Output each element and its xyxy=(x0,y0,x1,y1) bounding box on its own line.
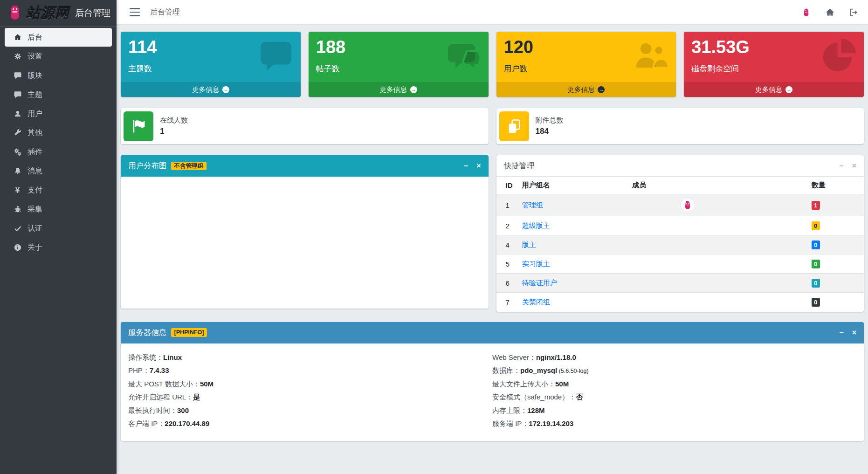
count-badge: 1 xyxy=(812,201,820,210)
sidebar-item-auth[interactable]: 认证 xyxy=(5,219,112,238)
sidebar-item-label: 后台 xyxy=(28,33,42,42)
user-avatar[interactable] xyxy=(801,7,811,17)
info-icon xyxy=(12,243,23,252)
group-link[interactable]: 待验证用户 xyxy=(522,279,557,287)
group-id: 5 xyxy=(496,254,518,274)
stat-card-topics: 114 主题数 更多信息→ xyxy=(121,32,301,97)
close-icon[interactable]: × xyxy=(852,162,856,170)
server-info-line: 数据库：pdo_mysql (5.6.50-log) xyxy=(492,364,856,378)
col-header-id: ID xyxy=(496,177,518,194)
group-id: 7 xyxy=(496,293,518,312)
table-row: 5 实习版主 0 xyxy=(496,254,864,274)
phpinfo-badge[interactable]: [PHPINFO] xyxy=(171,328,207,337)
sidebar-item-forums[interactable]: 版块 xyxy=(5,66,112,85)
server-info-line: 最长执行时间：300 xyxy=(128,404,492,418)
quick-manage-panel: 快捷管理 − × ID 用户组名 成员 数量 xyxy=(496,155,864,312)
sidebar-item-label: 支付 xyxy=(28,185,42,195)
copy-icon xyxy=(499,111,529,141)
group-link[interactable]: 版主 xyxy=(522,240,536,248)
count-badge: 0 xyxy=(812,221,820,230)
logout-icon[interactable] xyxy=(849,7,859,17)
table-row: 6 待验证用户 0 xyxy=(496,274,864,293)
collapse-icon[interactable]: − xyxy=(464,162,468,170)
sidebar-item-plugins[interactable]: 插件 xyxy=(5,143,112,161)
group-id: 6 xyxy=(496,274,518,293)
stat-card-posts: 188 帖子数 更多信息→ xyxy=(309,32,489,97)
member-avatar xyxy=(681,198,695,212)
sidebar-item-label: 用户 xyxy=(28,109,42,119)
count-badge: 0 xyxy=(812,260,820,268)
col-header-name: 用户组名 xyxy=(518,177,629,194)
pie-chart-icon xyxy=(821,37,857,74)
sidebar-item-label: 采集 xyxy=(28,205,42,214)
table-row: 1 管理组 1 xyxy=(496,194,864,216)
sidebar-item-messages[interactable]: 消息 xyxy=(5,162,112,180)
stat-cards-row: 114 主题数 更多信息→ 188 帖子数 xyxy=(121,32,864,97)
yen-icon: ¥ xyxy=(12,185,23,195)
arrow-circle-icon: → xyxy=(222,86,229,93)
stat-card-users: 120 用户数 更多信息→ xyxy=(496,32,676,97)
server-info-body: 操作系统：Linux PHP：7.4.33 最大 POST 数据大小：50M 允… xyxy=(121,343,864,441)
comments-icon xyxy=(446,37,482,74)
bell-icon xyxy=(12,167,23,175)
sidebar-item-label: 主题 xyxy=(28,90,42,100)
sidebar-item-users[interactable]: 用户 xyxy=(5,104,112,123)
arrow-circle-icon: → xyxy=(598,86,605,93)
user-icon xyxy=(12,110,23,118)
server-info-line: Web Server：nginx/1.18.0 xyxy=(492,351,856,364)
sidebar-item-label: 其他 xyxy=(28,128,42,138)
group-id: 4 xyxy=(496,235,518,254)
collapse-icon[interactable]: − xyxy=(839,162,843,170)
sidebar-item-settings[interactable]: 设置 xyxy=(5,47,112,66)
more-info-link[interactable]: 更多信息→ xyxy=(496,82,676,97)
server-info-line: 安全模式（safe_mode）：否 xyxy=(492,391,856,404)
server-info-line: 允许开启远程 URL：是 xyxy=(128,391,492,404)
home-icon[interactable] xyxy=(825,7,835,17)
sidebar-item-label: 认证 xyxy=(28,224,42,234)
more-info-link[interactable]: 更多信息→ xyxy=(309,82,489,97)
table-row: 4 版主 0 xyxy=(496,235,864,254)
panel-badge: 不含管理组 xyxy=(171,162,207,171)
group-link[interactable]: 管理组 xyxy=(522,201,543,209)
stat-card-disk: 31.53G 磁盘剩余空间 更多信息→ xyxy=(684,32,864,97)
admin-dashboard: 站源网 后台管理 后台 设置 版块 主题 用户 其他 xyxy=(0,0,868,474)
sidebar-item-other[interactable]: 其他 xyxy=(5,124,112,142)
comment-icon xyxy=(12,90,23,99)
close-icon[interactable]: × xyxy=(852,329,856,337)
collapse-icon[interactable]: − xyxy=(839,329,843,337)
server-info-right: Web Server：nginx/1.18.0 数据库：pdo_mysql (5… xyxy=(492,351,856,431)
more-info-link[interactable]: 更多信息→ xyxy=(684,82,864,97)
sidebar-toggle-icon[interactable] xyxy=(130,8,140,16)
server-info-panel: 服务器信息 [PHPINFO] − × 操作系统：Linux PHP：7.4.3… xyxy=(121,322,864,441)
home-icon xyxy=(12,33,23,41)
group-link[interactable]: 实习版主 xyxy=(522,260,550,268)
group-id: 1 xyxy=(496,194,518,216)
group-link[interactable]: 关禁闭组 xyxy=(522,298,550,306)
comment-icon xyxy=(258,37,294,74)
info-box-value: 184 xyxy=(536,127,564,136)
breadcrumb[interactable]: 后台管理 xyxy=(150,7,180,17)
table-row: 7 关禁闭组 0 xyxy=(496,293,864,312)
user-distribution-chart xyxy=(121,177,489,309)
server-info-line: 最大 POST 数据大小：50M xyxy=(128,378,492,391)
sidebar-item-collect[interactable]: 采集 xyxy=(5,200,112,219)
sidebar-item-dashboard[interactable]: 后台 xyxy=(5,28,112,47)
bug-icon xyxy=(12,205,23,213)
group-link[interactable]: 超级版主 xyxy=(522,221,550,229)
sidebar-item-topics[interactable]: 主题 xyxy=(5,85,112,104)
panel-title: 快捷管理 xyxy=(504,161,535,171)
sidebar-item-about[interactable]: 关于 xyxy=(5,238,112,257)
brand-logo-text: 站源网 xyxy=(26,4,69,23)
close-icon[interactable]: × xyxy=(476,162,481,170)
brand[interactable]: 站源网 后台管理 xyxy=(0,0,117,27)
cogs-icon xyxy=(12,148,23,156)
check-icon xyxy=(12,224,23,233)
sidebar-item-payment[interactable]: ¥ 支付 xyxy=(5,181,112,199)
col-header-member: 成员 xyxy=(628,177,746,194)
more-info-link[interactable]: 更多信息→ xyxy=(121,82,301,97)
server-info-line: 内存上限：128M xyxy=(492,404,856,418)
sidebar-item-label: 版块 xyxy=(28,71,42,81)
server-info-line: 客户端 IP：220.170.44.89 xyxy=(128,417,492,431)
sidebar: 站源网 后台管理 后台 设置 版块 主题 用户 其他 xyxy=(0,0,117,474)
sidebar-nav: 后台 设置 版块 主题 用户 其他 插件 消息 xyxy=(0,27,117,257)
